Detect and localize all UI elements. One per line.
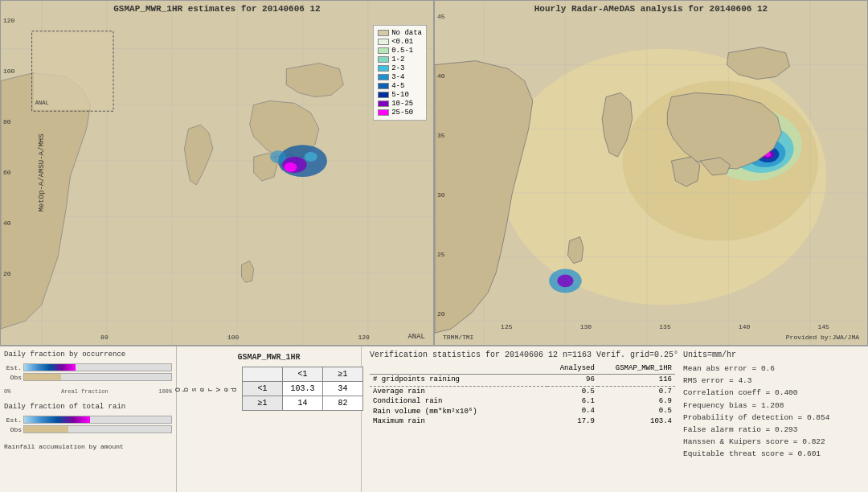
left-map-title: GSMAP_MWR_1HR estimates for 20140606 12 — [113, 4, 320, 14]
stats-row-gsmap-4: 103.4 — [598, 416, 675, 426]
stats-row-analysed-3: 0.4 — [547, 406, 598, 416]
right-stat-1: RMS error = 4.3 — [683, 375, 860, 387]
legend-color-3-4 — [378, 74, 389, 80]
stats-row-label-4: Maximum rain — [370, 416, 547, 426]
stats-row-gsmap-0: 116 — [598, 375, 675, 385]
rainfall-title: Rainfall accumulation by amount — [4, 443, 172, 450]
maps-row: GSMAP_MWR_1HR estimates for 20140606 12 — [0, 0, 868, 346]
est-rain-label: Est. — [4, 416, 22, 424]
legend-color-nodata — [378, 30, 389, 36]
legend-2-3: 2-3 — [378, 64, 422, 72]
est-rain-bar-fill — [24, 416, 90, 423]
right-map-title: Hourly Radar-AMeDAS analysis for 2014060… — [534, 4, 768, 14]
legend-color-10-25 — [378, 100, 389, 107]
axis-start: 0% — [4, 388, 10, 395]
stats-table: Analysed GSMAP_MWR_1HR # gridpoints rain… — [370, 363, 675, 426]
charts-panel: Daily fraction by occurrence Est. Obs 0% — [0, 346, 177, 492]
stats-panel: Verification statistics for 20140606 12 … — [362, 346, 868, 492]
est-label: Est. — [4, 364, 22, 371]
est-bar-row: Est. — [4, 363, 172, 371]
stats-row-2: Conditional rain6.16.9 — [370, 396, 675, 406]
stats-col-label-header — [370, 363, 547, 375]
contingency-row-lt1: <1 103.3 34 — [243, 382, 363, 396]
contingency-row-header-ge1: ≥1 — [243, 396, 283, 411]
stats-row-label-2: Conditional rain — [370, 396, 547, 406]
legend: No data <0.01 0.5-1 1-2 2-3 — [373, 25, 427, 121]
stats-row-gsmap-2: 6.9 — [598, 396, 675, 406]
obs-bar-fill — [24, 374, 61, 380]
left-map-svg: ANAL — [1, 1, 433, 345]
svg-point-41 — [557, 274, 573, 287]
stats-title: Verification statistics for 20140606 12 … — [370, 351, 860, 359]
legend-lt001: <0.01 — [378, 38, 422, 46]
contingency-col-ge1: ≥1 — [323, 367, 363, 382]
contingency-cell-ge1-lt1: 14 — [283, 396, 323, 411]
contingency-row-ge1: ≥1 14 82 — [243, 396, 363, 411]
contingency-cell-lt1-lt1: 103.3 — [283, 382, 323, 396]
stats-row-1: Average rain0.50.7 — [370, 386, 675, 396]
stats-left: Analysed GSMAP_MWR_1HR # gridpoints rain… — [370, 363, 675, 488]
obs-rain-bar-row: Obs — [4, 425, 172, 433]
contingency-cell-ge1-ge1: 82 — [323, 396, 363, 411]
obs-vertical-label: Observed — [174, 386, 239, 392]
stats-row-analysed-0: 96 — [547, 375, 598, 385]
legend-color-5-10 — [378, 92, 389, 98]
stats-row-label-3: Rain volume (mm*km²x10⁶) — [370, 406, 547, 416]
occurrence-axis-labels: 0% Areal fraction 100% — [4, 388, 172, 395]
occurrence-chart-title: Daily fraction by occurrence — [4, 351, 172, 359]
legend-1-2: 1-2 — [378, 55, 422, 64]
legend-color-1-2 — [378, 56, 389, 63]
stats-header-row: Analysed GSMAP_MWR_1HR — [370, 363, 675, 375]
left-map-panel: GSMAP_MWR_1HR estimates for 20140606 12 — [0, 0, 434, 346]
contingency-row-header-lt1: <1 — [243, 382, 283, 396]
svg-point-16 — [270, 150, 286, 163]
right-stat-0: Mean abs error = 0.6 — [683, 363, 860, 375]
obs-rain-bar-track — [23, 425, 172, 433]
contingency-cell-lt1-ge1: 34 — [323, 382, 363, 396]
stats-row-analysed-2: 6.1 — [547, 396, 598, 406]
left-lon-labels: 80 100 120 — [41, 334, 429, 341]
stats-right: Mean abs error = 0.6RMS error = 4.3Corre… — [683, 363, 860, 488]
stats-row-label-1: Average rain — [370, 386, 547, 396]
contingency-corner — [243, 367, 283, 382]
right-credit-label: Provided by:JWA/JMA — [786, 334, 859, 341]
right-stat-7: Equitable threat score = 0.601 — [683, 448, 860, 460]
stats-content: Analysed GSMAP_MWR_1HR # gridpoints rain… — [370, 363, 860, 488]
legend-4-5: 4-5 — [378, 82, 422, 90]
right-map-panel: Hourly Radar-AMeDAS analysis for 2014060… — [434, 0, 868, 346]
axis-end: 100% — [158, 388, 172, 395]
left-bottom-label: ANAL — [407, 333, 425, 341]
svg-text:ANAL: ANAL — [35, 100, 49, 106]
legend-no-data: No data — [378, 29, 422, 37]
legend-color-05-1 — [378, 47, 389, 54]
stats-row-analysed-4: 17.9 — [547, 416, 598, 426]
right-map-svg — [435, 1, 867, 345]
stats-row-analysed-1: 0.5 — [547, 386, 598, 396]
right-lon-labels: 125 130 135 140 145 — [467, 323, 863, 330]
left-y-axis-label: MetOp-A/AMSU-A/MHS — [38, 133, 46, 211]
stats-row-gsmap-3: 0.5 — [598, 406, 675, 416]
main-container: GSMAP_MWR_1HR estimates for 20140606 12 — [0, 0, 868, 492]
legend-color-4-5 — [378, 83, 389, 89]
est-bar-track — [23, 363, 172, 371]
left-lat-labels: 120 100 80 60 40 20 — [3, 17, 14, 277]
legend-3-4: 3-4 — [378, 73, 422, 81]
legend-10-25: 10-25 — [378, 100, 422, 108]
contingency-wrapper: Observed <1 ≥1 <1 103.3 34 — [174, 367, 363, 411]
contingency-header-row: <1 ≥1 — [243, 367, 363, 382]
obs-bar-row: Obs — [4, 373, 172, 381]
right-stat-2: Correlation coeff = 0.400 — [683, 387, 860, 399]
est-bar-fill — [24, 364, 76, 371]
legend-color-25-50 — [378, 109, 389, 116]
right-stat-6: Hanssen & Kuipers score = 0.822 — [683, 436, 860, 448]
contingency-col-lt1: <1 — [283, 367, 323, 382]
stats-col-analysed-header: Analysed — [547, 363, 598, 375]
right-lat-labels: 45 40 35 30 25 20 — [437, 13, 445, 318]
obs-bar-track — [23, 373, 172, 381]
stats-row-4: Maximum rain17.9103.4 — [370, 416, 675, 426]
axis-mid: Areal fraction — [61, 388, 108, 395]
svg-rect-19 — [34, 33, 112, 110]
stats-col-gsmap-header: GSMAP_MWR_1HR — [598, 363, 675, 375]
occurrence-chart: Est. Obs — [4, 363, 172, 381]
contingency-title: GSMAP_MWR_1HR — [237, 353, 300, 362]
